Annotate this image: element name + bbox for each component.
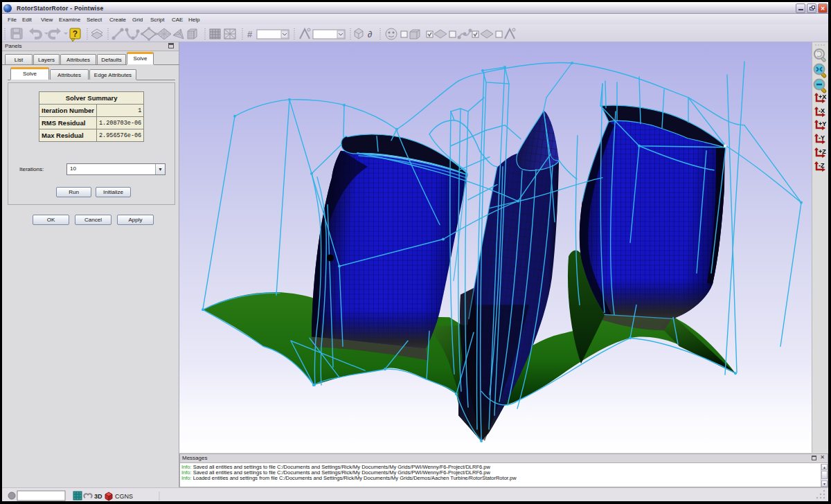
svg-text:+X: +X: [819, 93, 826, 100]
svg-text:CGNS: CGNS: [115, 493, 133, 500]
svg-text:#: #: [247, 29, 253, 39]
svg-text:-Y: -Y: [819, 134, 825, 141]
svg-text:+Y: +Y: [819, 120, 826, 127]
svg-text:+Z: +Z: [819, 148, 826, 155]
svg-text:-Z: -Z: [819, 162, 825, 169]
svg-text:∂: ∂: [368, 29, 372, 39]
svg-text:?: ?: [73, 29, 78, 39]
svg-text:3D: 3D: [94, 493, 102, 500]
svg-text:-X: -X: [819, 107, 825, 114]
